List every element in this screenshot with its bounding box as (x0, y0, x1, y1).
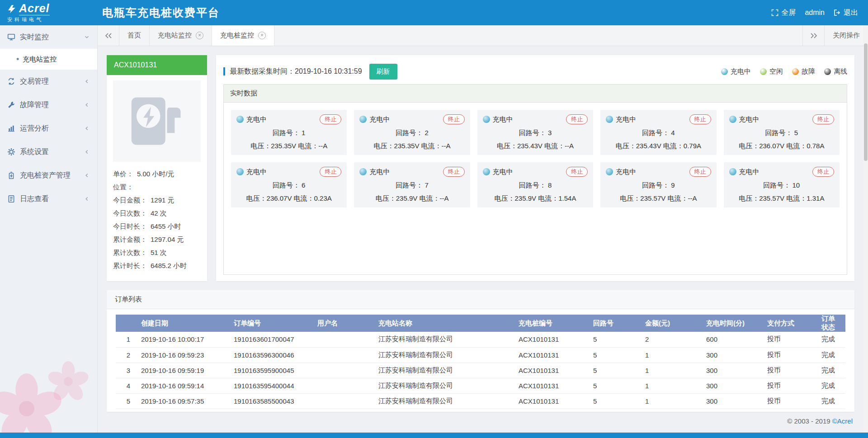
sidebar-item-label: 日志查看 (20, 194, 79, 204)
circuit-card-header: 充电中终止 (729, 167, 834, 177)
close-icon[interactable]: × (196, 32, 203, 39)
charging-status-icon (483, 168, 490, 175)
chart-icon (7, 124, 15, 132)
terminate-button[interactable]: 终止 (320, 167, 341, 177)
terminate-button[interactable]: 终止 (443, 114, 465, 124)
station-stats: 单价：5.00 小时/元位置：今日金额：1291 元今日次数：42 次今日时长：… (113, 167, 201, 272)
logout-button[interactable]: 退出 (834, 8, 858, 18)
table-row: 32019-10-16 09:59:191910163595900045江苏安科… (116, 363, 845, 378)
sidebar-item-transaction-management[interactable]: 交易管理 (0, 70, 97, 93)
circuit-card-header: 充电中终止 (606, 167, 711, 177)
tabs-scroll-right-button[interactable] (802, 25, 824, 46)
close-operations-button[interactable]: 关闭操作 (824, 25, 868, 46)
bullet-icon: • (16, 55, 19, 63)
fullscreen-button[interactable]: 全屏 (771, 8, 796, 18)
flower-decoration (0, 366, 70, 438)
close-icon[interactable]: × (258, 32, 266, 39)
stat-row: 单价：5.00 小时/元 (113, 167, 201, 180)
terminate-button[interactable]: 终止 (812, 114, 834, 124)
acrel-logo-icon (7, 5, 16, 14)
orders-title: 订单列表 (107, 290, 854, 309)
accent-bar (223, 67, 225, 75)
status-dot-icon (721, 68, 728, 75)
sidebar-item-realtime-monitor[interactable]: 实时监控 (0, 25, 97, 49)
fullscreen-label: 全屏 (781, 8, 796, 18)
user-menu[interactable]: admin (805, 9, 825, 17)
sidebar: 实时监控•充电站监控交易管理故障管理运营分析系统设置充电桩资产管理日志查看 (0, 25, 98, 438)
brand-subtitle: 安科瑞电气 (7, 16, 98, 23)
terminate-button[interactable]: 终止 (689, 167, 711, 177)
sidebar-item-log-view[interactable]: 日志查看 (0, 187, 97, 211)
column-header: 充电时间(分) (702, 315, 763, 332)
cell: 1 (641, 347, 702, 363)
tabs-scroll-left-button[interactable] (98, 25, 119, 46)
column-header: 充电桩编号 (514, 315, 589, 332)
terminate-button[interactable]: 终止 (566, 114, 588, 124)
terminate-button[interactable]: 终止 (566, 167, 588, 177)
circuit-status-label: 充电中 (739, 115, 760, 124)
vertical-scrollbar[interactable] (863, 25, 868, 433)
circuit-status: 充电中 (236, 168, 267, 176)
table-row: 52019-10-16 09:57:351910163585500043江苏安科… (116, 393, 845, 409)
circuit-readings: 电压：236.07V 电流：0.23A (236, 194, 341, 203)
terminate-button[interactable]: 终止 (812, 167, 834, 177)
chevron-left-icon (84, 125, 90, 132)
circuit-readings: 电压：235.9V 电流：1.54A (483, 194, 588, 203)
sidebar-item-fault-management[interactable]: 故障管理 (0, 93, 97, 117)
terminate-button[interactable]: 终止 (689, 114, 711, 124)
terminate-button[interactable]: 终止 (320, 114, 341, 124)
circuit-status: 充电中 (236, 115, 267, 124)
stat-label: 单价： (113, 167, 133, 180)
refresh-button[interactable]: 刷新 (369, 64, 397, 80)
flower-decoration (43, 357, 93, 406)
charging-status-icon (236, 116, 244, 123)
circuit-card: 充电中终止回路号： 2电压：235.35V 电流：--A (354, 110, 470, 155)
cell: 5 (589, 393, 641, 409)
copyright-text: © 2003 - 2019 (787, 417, 832, 425)
circuit-number: 回路号： 3 (483, 129, 588, 137)
legend-charging: 充电中 (721, 67, 751, 76)
tab-pile-monitor[interactable]: 充电桩监控× (212, 25, 274, 46)
circuit-card-header: 充电中终止 (729, 114, 834, 124)
sidebar-item-pile-asset-management[interactable]: 充电桩资产管理 (0, 164, 97, 187)
status-legend: 充电中空闲故障离线 (721, 67, 847, 76)
stat-label: 累计时长： (113, 259, 147, 272)
circuit-card-header: 充电中终止 (359, 114, 464, 124)
circuit-card: 充电中终止回路号： 5电压：236.07V 电流：0.78A (724, 110, 840, 155)
realtime-data-box: 实时数据 充电中终止回路号： 1电压：235.35V 电流：--A充电中终止回路… (223, 84, 847, 275)
tab-station-monitor[interactable]: 充电站监控× (150, 25, 212, 46)
circuit-status: 充电中 (729, 168, 760, 176)
log-icon (7, 195, 15, 203)
charging-status-icon (236, 168, 244, 175)
tab-home[interactable]: 首页 (119, 25, 150, 46)
charging-pile-icon (113, 80, 201, 162)
stat-value: 51 次 (151, 246, 167, 259)
sidebar-item-label: 故障管理 (20, 100, 79, 110)
bottom-bar (0, 433, 868, 438)
stat-value: 6485.2 小时 (151, 259, 187, 272)
cell: 完成 (817, 363, 845, 378)
legend-fault: 故障 (792, 67, 815, 76)
tab-bar: 首页充电站监控×充电桩监控× 关闭操作 (98, 25, 868, 46)
circuit-card-header: 充电中终止 (483, 114, 588, 124)
terminate-button[interactable]: 终止 (443, 167, 465, 177)
stat-row: 位置： (113, 180, 201, 193)
sidebar-subitem-station-monitor[interactable]: •充电站监控 (0, 49, 97, 70)
table-row: 22019-10-16 09:59:231910163596300046江苏安科… (116, 347, 845, 363)
station-id: ACX1010131 (107, 55, 207, 75)
circuit-number: 回路号： 10 (729, 181, 834, 190)
sidebar-item-operation-analysis[interactable]: 运营分析 (0, 117, 97, 140)
scrollbar-thumb[interactable] (864, 43, 868, 161)
circuit-number: 回路号： 9 (606, 181, 711, 190)
cell (313, 332, 374, 347)
chevron-left-icon (84, 102, 90, 108)
circuit-card-header: 充电中终止 (606, 114, 711, 124)
chevron-down-icon (84, 34, 90, 40)
sidebar-item-system-settings[interactable]: 系统设置 (0, 140, 97, 164)
chevron-left-icon (84, 78, 90, 85)
column-header: 充电站名称 (374, 315, 514, 332)
realtime-data-title: 实时数据 (224, 85, 847, 103)
column-header: 支付方式 (763, 315, 817, 332)
cell: ACX1010131 (514, 332, 589, 347)
cell: 5 (589, 363, 641, 378)
